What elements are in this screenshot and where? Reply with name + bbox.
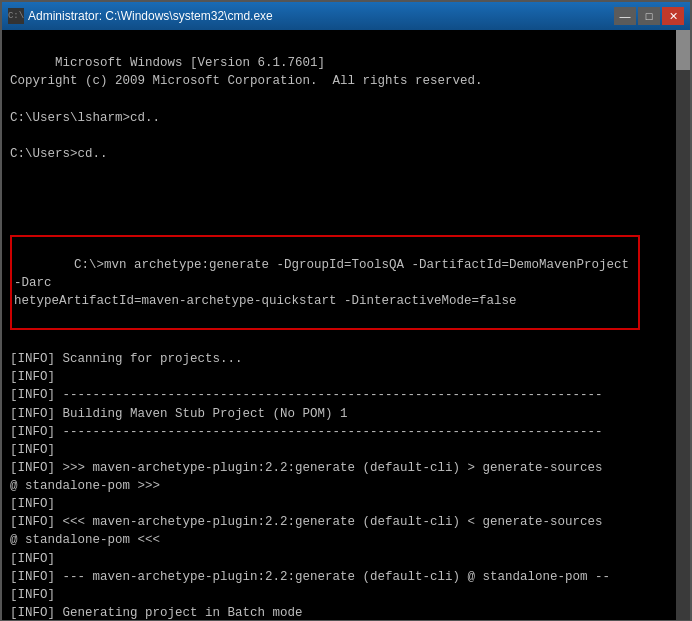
title-bar-left: C:\ Administrator: C:\Windows\system32\c… xyxy=(8,8,273,24)
cmd-window: C:\ Administrator: C:\Windows\system32\c… xyxy=(0,0,692,621)
initial-lines: Microsoft Windows [Version 6.1.7601] Cop… xyxy=(10,56,483,161)
command-text: C:\>mvn archetype:generate -DgroupId=Too… xyxy=(14,258,637,308)
maximize-button[interactable]: □ xyxy=(638,7,660,25)
window-controls: — □ ✕ xyxy=(614,7,684,25)
info-lines-1: [INFO] Scanning for projects... [INFO] [… xyxy=(10,352,610,620)
console-output: Microsoft Windows [Version 6.1.7601] Cop… xyxy=(10,36,682,620)
command-box: C:\>mvn archetype:generate -DgroupId=Too… xyxy=(10,235,640,330)
minimize-button[interactable]: — xyxy=(614,7,636,25)
cmd-icon: C:\ xyxy=(8,8,24,24)
console-area[interactable]: Microsoft Windows [Version 6.1.7601] Cop… xyxy=(2,30,690,620)
title-bar: C:\ Administrator: C:\Windows\system32\c… xyxy=(2,2,690,30)
close-button[interactable]: ✕ xyxy=(662,7,684,25)
scrollbar-thumb[interactable] xyxy=(676,30,690,70)
scrollbar[interactable] xyxy=(676,30,690,620)
window-title: Administrator: C:\Windows\system32\cmd.e… xyxy=(28,9,273,23)
